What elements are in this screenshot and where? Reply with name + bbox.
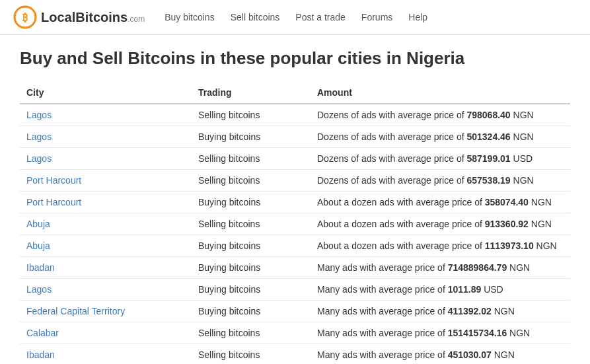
amount-cell: Dozens of ads with average price of 6575… xyxy=(311,170,570,192)
table-row: AbujaBuying bitcoinsAbout a dozen ads wi… xyxy=(20,235,570,257)
amount-value: 451030.07 xyxy=(448,349,492,360)
table-row: Port HarcourtBuying bitcoinsAbout a doze… xyxy=(20,192,570,213)
trading-cell: Buying bitcoins xyxy=(192,257,311,279)
logo[interactable]: ₿ LocalBitcoins.com xyxy=(13,5,145,29)
amount-currency: NGN xyxy=(492,349,515,360)
city-link[interactable]: Calabar xyxy=(26,328,59,338)
amount-value: 1113973.10 xyxy=(485,240,534,251)
nav-post-trade[interactable]: Post a trade xyxy=(295,12,346,22)
amount-currency: NGN xyxy=(511,110,534,120)
trading-cell: Buying bitcoins xyxy=(192,192,311,213)
amount-cell: Many ads with average price of 411392.02… xyxy=(311,301,570,322)
trading-cell: Selling bitcoins xyxy=(192,104,311,126)
city-link[interactable]: Abuja xyxy=(26,240,50,251)
city-link[interactable]: Ibadan xyxy=(26,349,55,360)
amount-cell: Many ads with average price of 451030.07… xyxy=(311,344,570,365)
col-header-trading: Trading xyxy=(192,82,311,104)
amount-currency: NGN xyxy=(529,197,552,207)
logo-name: LocalBitcoins.com xyxy=(41,10,145,25)
table-header: City Trading Amount xyxy=(20,82,570,104)
trading-cell: Selling bitcoins xyxy=(192,170,311,192)
nav-buy-bitcoins[interactable]: Buy bitcoins xyxy=(165,12,214,22)
amount-value: 714889864.79 xyxy=(448,262,507,273)
amount-value: 657538.19 xyxy=(466,175,510,186)
amount-value: 587199.01 xyxy=(466,153,510,164)
trading-cell: Buying bitcoins xyxy=(192,126,311,148)
amount-cell: Dozens of ads with average price of 5013… xyxy=(311,126,570,148)
amount-cell: About a dozen ads with average price of … xyxy=(311,235,570,257)
city-link[interactable]: Port Harcourt xyxy=(26,175,81,186)
amount-value: 501324.46 xyxy=(466,131,510,142)
amount-prefix: Many ads with average price of xyxy=(317,349,448,360)
amount-prefix: Many ads with average price of xyxy=(317,306,448,316)
city-link[interactable]: Lagos xyxy=(26,153,52,164)
amount-prefix: About a dozen ads with average price of xyxy=(317,197,485,207)
table-row: LagosBuying bitcoinsDozens of ads with a… xyxy=(20,126,570,148)
nav-forums[interactable]: Forums xyxy=(361,12,392,22)
nav-help[interactable]: Help xyxy=(408,12,427,22)
amount-prefix: Dozens of ads with average price of xyxy=(317,131,466,142)
amount-prefix: About a dozen ads with average price of xyxy=(317,240,485,251)
page-title: Buy and Sell Bitcoins in these popular c… xyxy=(20,48,570,69)
amount-currency: NGN xyxy=(511,131,534,142)
trading-cell: Buying bitcoins xyxy=(192,301,311,322)
amount-prefix: Many ads with average price of xyxy=(317,284,448,295)
trading-cell: Selling bitcoins xyxy=(192,322,311,344)
site-header: ₿ LocalBitcoins.com Buy bitcoins Sell bi… xyxy=(0,0,590,35)
main-content: Buy and Sell Bitcoins in these popular c… xyxy=(0,35,590,364)
table-row: IbadanSelling bitcoinsMany ads with aver… xyxy=(20,344,570,365)
city-link[interactable]: Abuja xyxy=(26,219,50,229)
city-link[interactable]: Federal Capital Territory xyxy=(26,306,125,316)
trading-cell: Selling bitcoins xyxy=(192,148,311,170)
table-row: AbujaSelling bitcoinsAbout a dozen ads w… xyxy=(20,213,570,235)
col-header-city: City xyxy=(20,82,192,104)
amount-prefix: Many ads with average price of xyxy=(317,262,448,273)
amount-value: 913360.92 xyxy=(485,219,529,229)
city-link[interactable]: Lagos xyxy=(26,131,52,142)
amount-cell: Dozens of ads with average price of 5871… xyxy=(311,148,570,170)
amount-currency: NGN xyxy=(507,328,530,338)
amount-value: 798068.40 xyxy=(466,110,510,120)
amount-currency: USD xyxy=(511,153,533,164)
city-link[interactable]: Ibadan xyxy=(26,262,55,273)
amount-value: 411392.02 xyxy=(448,306,492,316)
svg-text:₿: ₿ xyxy=(22,12,28,23)
amount-currency: NGN xyxy=(507,262,530,273)
amount-cell: Many ads with average price of 151415734… xyxy=(311,322,570,344)
amount-cell: About a dozen ads with average price of … xyxy=(311,213,570,235)
trading-cell: Buying bitcoins xyxy=(192,279,311,301)
logo-icon: ₿ xyxy=(13,5,37,29)
main-nav: Buy bitcoins Sell bitcoins Post a trade … xyxy=(165,12,427,22)
city-link[interactable]: Port Harcourt xyxy=(26,197,81,207)
amount-currency: USD xyxy=(481,284,503,295)
amount-prefix: Many ads with average price of xyxy=(317,328,448,338)
amount-value: 358074.40 xyxy=(485,197,529,207)
amount-cell: About a dozen ads with average price of … xyxy=(311,192,570,213)
amount-value: 1011.89 xyxy=(448,284,482,295)
col-header-amount: Amount xyxy=(311,82,570,104)
table-row: IbadanBuying bitcoinsMany ads with avera… xyxy=(20,257,570,279)
table-row: Federal Capital TerritoryBuying bitcoins… xyxy=(20,301,570,322)
amount-currency: NGN xyxy=(511,175,534,186)
amount-cell: Many ads with average price of 1011.89 U… xyxy=(311,279,570,301)
table-body: LagosSelling bitcoinsDozens of ads with … xyxy=(20,104,570,364)
amount-currency: NGN xyxy=(492,306,515,316)
amount-cell: Dozens of ads with average price of 7980… xyxy=(311,104,570,126)
nav-sell-bitcoins[interactable]: Sell bitcoins xyxy=(231,12,280,22)
trading-cell: Selling bitcoins xyxy=(192,344,311,365)
table-row: LagosBuying bitcoinsMany ads with averag… xyxy=(20,279,570,301)
amount-prefix: About a dozen ads with average price of xyxy=(317,219,485,229)
amount-prefix: Dozens of ads with average price of xyxy=(317,110,466,120)
table-row: CalabarSelling bitcoinsMany ads with ave… xyxy=(20,322,570,344)
amount-prefix: Dozens of ads with average price of xyxy=(317,175,466,186)
city-link[interactable]: Lagos xyxy=(26,110,52,120)
amount-cell: Many ads with average price of 714889864… xyxy=(311,257,570,279)
table-row: Port HarcourtSelling bitcoinsDozens of a… xyxy=(20,170,570,192)
table-row: LagosSelling bitcoinsDozens of ads with … xyxy=(20,104,570,126)
trading-cell: Selling bitcoins xyxy=(192,213,311,235)
trading-cell: Buying bitcoins xyxy=(192,235,311,257)
city-link[interactable]: Lagos xyxy=(26,284,52,295)
amount-currency: NGN xyxy=(534,240,557,251)
cities-table: City Trading Amount LagosSelling bitcoin… xyxy=(20,82,570,364)
amount-value: 151415734.16 xyxy=(448,328,507,338)
